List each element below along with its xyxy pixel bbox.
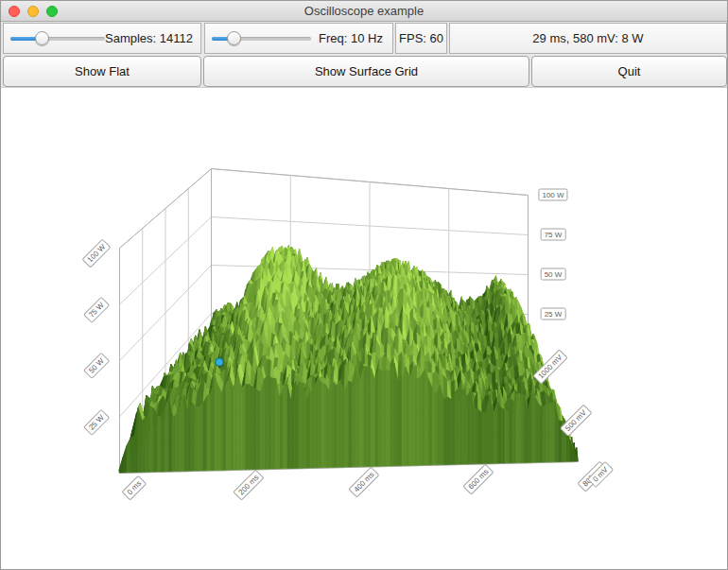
fps-indicator: FPS: 60 [395,23,447,54]
freq-control-group: Freq: 10 Hz [204,23,393,54]
plot-area[interactable]: 25 W25 W50 W50 W75 W75 W100 W100 W0 ms20… [1,89,728,570]
window-title: Oscilloscope example [1,4,727,18]
surface-plot-canvas[interactable] [1,89,728,570]
samples-slider[interactable] [10,31,105,46]
show-surface-grid-button[interactable]: Show Surface Grid [203,56,529,87]
status-readout: 29 ms, 580 mV: 8 W [449,23,727,54]
freq-slider[interactable] [212,31,311,46]
quit-button[interactable]: Quit [531,56,727,87]
toolbar: Samples: 14112 Freq: 10 Hz FPS: 60 29 ms… [1,22,727,55]
status-label: 29 ms, 580 mV: 8 W [532,31,643,45]
show-flat-button[interactable]: Show Flat [3,56,201,87]
button-row: Show Flat Show Surface Grid Quit [1,55,727,88]
samples-slider-knob[interactable] [35,31,49,45]
fps-label: FPS: 60 [399,31,443,45]
freq-label: Freq: 10 Hz [319,31,383,45]
titlebar[interactable]: Oscilloscope example [1,1,727,22]
freq-slider-knob[interactable] [227,31,241,45]
samples-label: Samples: 14112 [105,31,193,45]
app-window: Oscilloscope example Samples: 14112 Freq… [0,0,728,570]
samples-control-group: Samples: 14112 [3,23,201,54]
